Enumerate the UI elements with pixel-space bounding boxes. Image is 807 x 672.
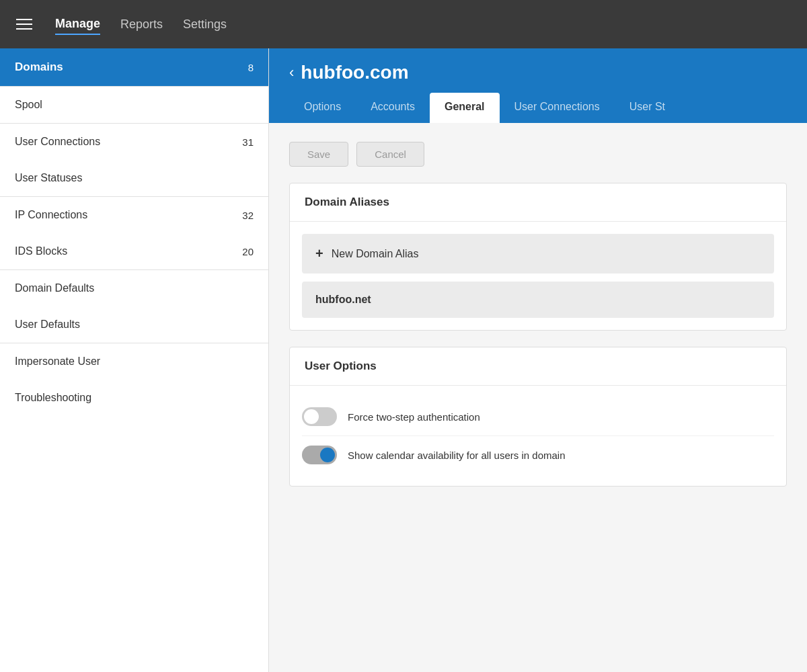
save-button[interactable]: Save xyxy=(289,142,348,167)
main-layout: Domains 8 Spool User Connections 31 User… xyxy=(0,48,807,672)
sidebar-item-domains[interactable]: Domains 8 xyxy=(0,48,268,86)
two-step-auth-toggle[interactable] xyxy=(302,407,337,426)
sidebar-item-label-impersonate-user: Impersonate User xyxy=(15,355,100,368)
sidebar-item-label-troubleshooting: Troubleshooting xyxy=(15,392,91,404)
sidebar: Domains 8 Spool User Connections 31 User… xyxy=(0,48,269,672)
calendar-availability-track[interactable] xyxy=(302,446,337,464)
sidebar-item-label-ids-blocks: IDS Blocks xyxy=(15,245,67,257)
cancel-button[interactable]: Cancel xyxy=(356,142,424,167)
sidebar-item-user-defaults[interactable]: User Defaults xyxy=(0,306,268,343)
sidebar-item-label-user-statuses: User Statuses xyxy=(15,172,82,184)
calendar-availability-label: Show calendar availability for all users… xyxy=(348,450,566,461)
user-options-body: Force two-step authentication Show calen… xyxy=(290,386,786,486)
domain-aliases-body: + New Domain Alias hubfoo.net xyxy=(290,222,786,330)
sidebar-item-label-spool: Spool xyxy=(15,99,42,111)
calendar-availability-toggle[interactable] xyxy=(302,446,337,464)
domain-aliases-title: Domain Aliases xyxy=(290,183,786,222)
sidebar-item-label-user-connections: User Connections xyxy=(15,136,100,148)
nav-reports[interactable]: Reports xyxy=(120,15,163,34)
sidebar-item-label-user-defaults: User Defaults xyxy=(15,319,80,331)
sidebar-item-label-domains: Domains xyxy=(15,60,63,74)
tab-options[interactable]: Options xyxy=(289,93,356,123)
toolbar-buttons: Save Cancel xyxy=(289,142,787,167)
sidebar-item-spool[interactable]: Spool xyxy=(0,87,268,123)
user-options-card: User Options Force two-step authenticati… xyxy=(289,347,787,487)
tab-general[interactable]: General xyxy=(430,93,500,123)
sidebar-item-badge-ids-blocks: 20 xyxy=(242,246,254,257)
domain-title: hubfoo.com xyxy=(301,62,408,83)
sidebar-item-badge-user-connections: 31 xyxy=(242,136,254,148)
two-step-auth-label: Force two-step authentication xyxy=(348,411,480,423)
back-arrow-icon[interactable]: ‹ xyxy=(289,64,294,81)
tabs-bar: Options Accounts General User Connection… xyxy=(289,93,787,123)
main-content: ‹ hubfoo.com Options Accounts General Us… xyxy=(269,48,807,672)
alias-item-hubfoo-net[interactable]: hubfoo.net xyxy=(302,282,774,318)
user-options-title: User Options xyxy=(290,347,786,386)
plus-icon: + xyxy=(315,246,323,261)
domain-aliases-card: Domain Aliases + New Domain Alias hubfoo… xyxy=(289,183,787,331)
tab-user-connections[interactable]: User Connections xyxy=(500,93,615,123)
sidebar-item-badge-domains: 8 xyxy=(248,62,254,73)
sidebar-item-ip-connections[interactable]: IP Connections 32 xyxy=(0,197,268,233)
calendar-availability-row: Show calendar availability for all users… xyxy=(302,435,774,474)
sidebar-item-user-statuses[interactable]: User Statuses xyxy=(0,160,268,196)
two-step-auth-knob xyxy=(304,409,319,424)
tab-user-statuses[interactable]: User St xyxy=(615,93,680,123)
domain-title-row: ‹ hubfoo.com xyxy=(289,62,787,83)
new-domain-alias-button[interactable]: + New Domain Alias xyxy=(302,234,774,274)
content-area: Save Cancel Domain Aliases + New Domain … xyxy=(269,123,807,521)
calendar-availability-knob xyxy=(320,448,335,462)
sidebar-item-badge-ip-connections: 32 xyxy=(242,210,254,221)
top-nav: Manage Reports Settings xyxy=(0,0,807,48)
sidebar-item-domain-defaults[interactable]: Domain Defaults xyxy=(0,270,268,306)
nav-manage[interactable]: Manage xyxy=(55,14,100,35)
hamburger-menu[interactable] xyxy=(13,16,35,32)
two-step-auth-track[interactable] xyxy=(302,407,337,426)
tab-accounts[interactable]: Accounts xyxy=(356,93,430,123)
sidebar-item-troubleshooting[interactable]: Troubleshooting xyxy=(0,380,268,416)
sidebar-item-ids-blocks[interactable]: IDS Blocks 20 xyxy=(0,233,268,269)
sidebar-item-label-ip-connections: IP Connections xyxy=(15,209,87,221)
sidebar-item-user-connections[interactable]: User Connections 31 xyxy=(0,124,268,160)
sidebar-item-label-domain-defaults: Domain Defaults xyxy=(15,282,94,294)
sidebar-item-impersonate-user[interactable]: Impersonate User xyxy=(0,343,268,380)
two-step-auth-row: Force two-step authentication xyxy=(302,398,774,435)
domain-header: ‹ hubfoo.com Options Accounts General Us… xyxy=(269,48,807,123)
new-alias-label: New Domain Alias xyxy=(332,248,419,260)
nav-settings[interactable]: Settings xyxy=(183,15,227,34)
